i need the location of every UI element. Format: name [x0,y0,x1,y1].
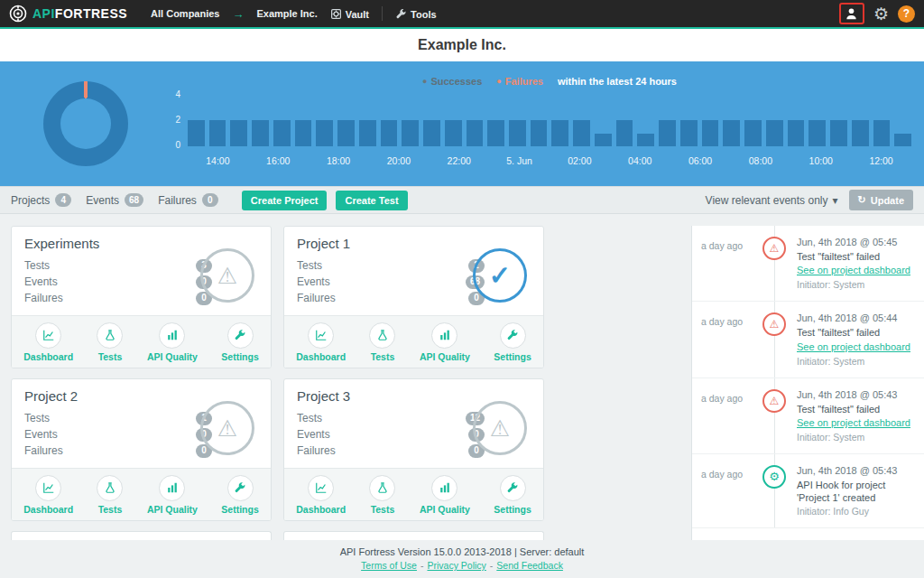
bar-chart-bars [188,94,911,146]
nav-all-companies[interactable]: All Companies [151,8,219,19]
card-action-dashboard[interactable]: Dashboard [296,322,346,362]
card-action-tests[interactable]: Tests [369,322,395,362]
legend-successes: ●Successes [422,76,482,87]
failure-warning-icon: ⚠ [762,312,786,336]
flask-icon [97,322,123,349]
stat-label-failures: Failures [297,292,336,304]
topbar-nav: All Companies → Example Inc. Vault Tools [151,6,436,21]
brand-logo[interactable]: APIFORTRESS [9,5,127,23]
successes-dot-icon: ● [422,77,427,86]
project-card-project-2: Project 2 Tests1 Events0 Failures0 ⚠ Das… [11,378,272,521]
card-action-settings[interactable]: Settings [494,322,531,362]
bar [188,120,205,146]
page-title: Example Inc. [418,37,506,53]
wrench-icon [227,322,254,349]
bar [595,134,612,147]
events-counter[interactable]: Events 68 [86,193,143,207]
privacy-policy-link[interactable]: Privacy Policy [427,560,485,571]
stat-label-events: Events [24,428,58,441]
failures-count-badge: 0 [202,193,218,207]
bar [273,120,291,146]
x-axis-tick: 14:00 [206,155,229,166]
create-project-button[interactable]: Create Project [242,191,328,210]
timeline-dashboard-link[interactable]: See on project dashboard [797,417,910,428]
card-action-settings[interactable]: Settings [221,322,258,362]
bar [852,120,869,146]
stat-label-failures: Failures [297,444,336,457]
timeline-item: a day ago ⚠ Jun, 4th 2018 @ 05:45 Test "… [692,226,924,302]
chart-legend: ●Successes ●Failures within the latest 2… [188,76,911,87]
card-actions: Dashboard Tests API Quality Settings [12,315,271,368]
legend-suffix: within the latest 24 hours [558,76,677,87]
apifortress-logo-icon [9,5,27,23]
wrench-icon [395,8,407,20]
timeline-text: Test "failtest" failed [797,250,917,263]
events-filter-dropdown[interactable]: View relevant events only ▾ [706,194,838,207]
failures-dot-icon: ● [496,77,501,86]
nav-arrow-icon: → [232,7,244,21]
card-action-dashboard[interactable]: Dashboard [23,475,73,515]
timeline-date: Jun, 4th 2018 @ 05:43 [797,465,917,476]
failures-counter[interactable]: Failures 0 [158,193,218,207]
card-action-dashboard[interactable]: Dashboard [296,475,346,515]
nav-company[interactable]: Example Inc. [256,8,317,19]
terms-of-use-link[interactable]: Terms of Use [361,560,417,571]
timeline-dashboard-link[interactable]: See on project dashboard [797,265,910,275]
timeline-item: a day ago ⚠ Jun, 4th 2018 @ 05:44 Test "… [692,302,924,378]
settings-gear-icon[interactable]: ⚙ [873,5,889,23]
bar [723,120,740,146]
card-action-tests[interactable]: Tests [97,475,123,515]
timeline-text: API Hook for project 'Project 1' created [797,479,917,505]
update-button[interactable]: ↻ Update [849,190,914,210]
project-stats: Tests1 Events0 Failures0 [24,410,212,459]
failures-label: Failures [158,194,197,207]
y-axis-labels: 4 2 0 [162,94,180,146]
create-test-button[interactable]: Create Test [336,191,407,210]
donut-hole [60,98,111,149]
send-feedback-link[interactable]: Send Feedback [496,560,563,571]
x-axis-tick: 22:00 [448,155,471,166]
card-action-api-quality[interactable]: API Quality [147,475,198,515]
x-axis-tick: 08:00 [749,155,772,166]
stat-label-failures: Failures [24,444,63,457]
timeline-time-ago: a day ago [692,465,759,517]
load-more-button[interactable]: Load more ... [692,528,924,540]
card-action-settings[interactable]: Settings [494,475,531,515]
projects-count-badge: 4 [55,193,71,207]
dashboard-icon [308,322,334,349]
card-action-api-quality[interactable]: API Quality [420,322,470,362]
failure-warning-icon: ⚠ [762,237,786,260]
footer-links: Terms of Use-Privacy Policy-Send Feedbac… [0,560,924,571]
x-axis-tick: 20:00 [387,155,411,166]
card-action-tests[interactable]: Tests [97,322,123,362]
user-account-button[interactable] [839,3,864,24]
status-warning-icon: ⚠ [473,401,527,455]
version-text: API Fortress Version 15.0.0 2013-2018 | … [0,546,924,557]
stat-label-tests: Tests [24,259,50,272]
projects-counter[interactable]: Projects 4 [11,193,71,207]
card-action-tests[interactable]: Tests [369,475,395,515]
timeline-text: Test "failtest" failed [797,403,917,415]
help-icon[interactable]: ? [898,5,915,23]
dashboard-icon [35,322,61,349]
bar [487,120,504,146]
bar-chart-icon [159,322,185,349]
bar [316,120,333,146]
nav-tools[interactable]: Tools [395,8,437,20]
card-action-api-quality[interactable]: API Quality [420,475,470,515]
card-action-dashboard[interactable]: Dashboard [23,322,73,362]
toolbar: Projects 4 Events 68 Failures 0 Create P… [0,186,924,214]
page-header: Example Inc. [0,29,924,61]
card-actions: Dashboard Tests API Quality Settings [284,468,543,520]
events-label: Events [86,194,119,207]
nav-vault[interactable]: Vault [330,8,369,20]
stat-label-tests: Tests [24,412,50,424]
bar [295,120,312,146]
timeline-dashboard-link[interactable]: See on project dashboard [797,341,910,352]
y-tick: 0 [175,140,180,150]
card-action-settings[interactable]: Settings [221,475,258,515]
bar [230,120,247,146]
card-action-api-quality[interactable]: API Quality [147,322,198,362]
bar [616,120,633,146]
bar [209,120,226,146]
